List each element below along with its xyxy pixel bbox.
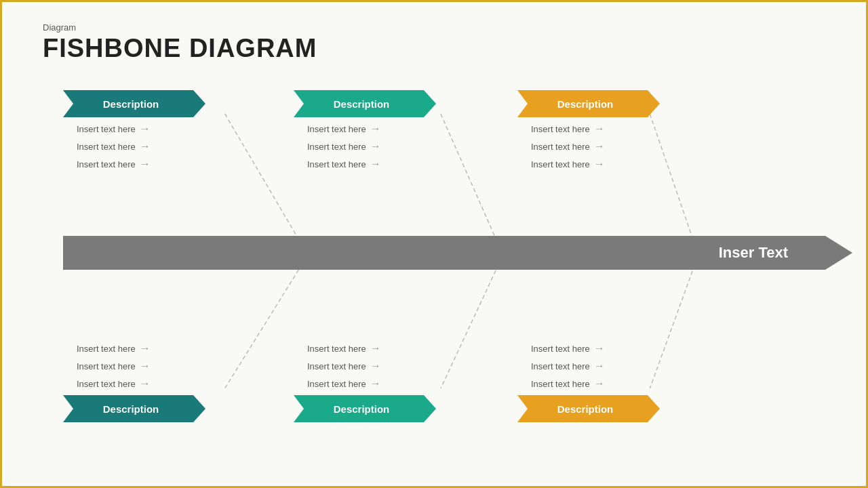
top-2-item-1: Insert text here → (307, 123, 381, 135)
top-col-2: Description Insert text here → Insert te… (294, 90, 436, 170)
slide: Diagram FISHBONE DIAGRAM Inser Text Desc… (2, 2, 866, 486)
page-title: FISHBONE DIAGRAM (43, 34, 825, 63)
bot-3-item-3: Insert text here → (531, 378, 605, 390)
top-1-item-2: Insert text here → (77, 140, 151, 152)
arrow-icon: → (594, 360, 605, 372)
svg-line-4 (441, 258, 502, 388)
bot-2-item-2: Insert text here → (307, 360, 381, 372)
arrow-icon: → (140, 378, 151, 390)
bot-2-item-1: Insert text here → (307, 342, 381, 354)
top-col-1: Description Insert text here → Insert te… (63, 90, 205, 170)
arrow-icon: → (140, 140, 151, 152)
top-1-item-1: Insert text here → (77, 123, 151, 135)
top-1-item-3: Insert text here → (77, 158, 151, 170)
top-3-item-1: Insert text here → (531, 123, 605, 135)
desc-bot-3: Description (517, 395, 660, 422)
arrow-icon: → (370, 123, 381, 135)
arrow-icon: → (594, 158, 605, 170)
arrow-icon: → (370, 378, 381, 390)
arrow-icon: → (140, 342, 151, 354)
bot-3-item-2: Insert text here → (531, 360, 605, 372)
arrow-icon: → (140, 158, 151, 170)
bottom-col-2: Insert text here → Insert text here → In… (294, 342, 436, 422)
svg-line-1 (441, 114, 502, 251)
spine-label: Inser Text (719, 244, 825, 262)
bot-2-item-3: Insert text here → (307, 378, 381, 390)
desc-top-3: Description (517, 90, 660, 117)
top-2-item-3: Insert text here → (307, 158, 381, 170)
bot-1-item-2: Insert text here → (77, 360, 151, 372)
arrow-icon: → (370, 158, 381, 170)
arrow-icon: → (370, 342, 381, 354)
desc-bot-2: Description (294, 395, 436, 422)
top-3-item-2: Insert text here → (531, 140, 605, 152)
desc-top-2: Description (294, 90, 436, 117)
spine: Inser Text (63, 236, 825, 270)
desc-bot-1: Description (63, 395, 205, 422)
arrow-icon: → (140, 123, 151, 135)
desc-top-1: Description (63, 90, 205, 117)
bot-1-item-1: Insert text here → (77, 342, 151, 354)
arrow-icon: → (594, 378, 605, 390)
arrow-icon: → (594, 123, 605, 135)
top-2-item-2: Insert text here → (307, 140, 381, 152)
bottom-col-3: Insert text here → Insert text here → In… (517, 342, 660, 422)
arrow-icon: → (594, 342, 605, 354)
arrow-icon: → (140, 360, 151, 372)
top-col-3: Description Insert text here → Insert te… (517, 90, 660, 170)
top-3-item-3: Insert text here → (531, 158, 605, 170)
arrow-icon: → (370, 140, 381, 152)
arrow-icon: → (594, 140, 605, 152)
bot-3-item-1: Insert text here → (531, 342, 605, 354)
bot-1-item-3: Insert text here → (77, 378, 151, 390)
arrow-icon: → (370, 360, 381, 372)
fishbone-area: Inser Text Description Insert text here … (43, 77, 825, 429)
bottom-col-1: Insert text here → Insert text here → In… (63, 342, 205, 422)
diagram-label: Diagram (43, 22, 825, 33)
